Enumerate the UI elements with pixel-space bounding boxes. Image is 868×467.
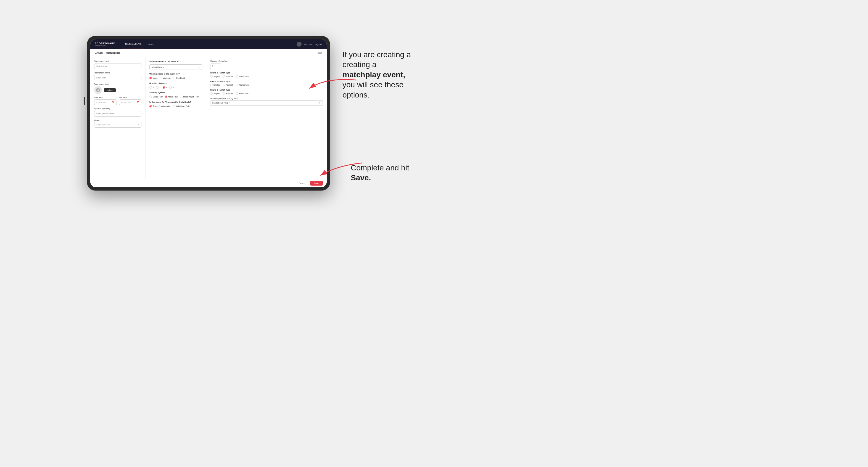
page-title: Create Tournament	[95, 51, 120, 54]
radio-r1-fourball	[223, 75, 225, 77]
radio-dot-teams	[150, 105, 151, 107]
api-tag: Leaderboard King ✕	[212, 102, 230, 104]
rounds-radio-group: 1 2 3	[149, 86, 202, 89]
tablet-frame: SCOREBOARD Powered by clippt TOURNAMENTS…	[87, 36, 330, 191]
scoring-match[interactable]: Match Play	[165, 96, 178, 98]
cancel-button[interactable]: Cancel	[296, 181, 308, 186]
division-select[interactable]: NCAA Division I ▼	[149, 64, 202, 70]
radio-circle-4	[169, 86, 172, 89]
nav-bar: SCOREBOARD Powered by clippt TOURNAMENTS…	[90, 39, 327, 49]
round1-singles[interactable]: Singles	[210, 75, 220, 77]
calendar-icon-2: 📅	[137, 101, 139, 103]
nav-item-tournaments[interactable]: TOURNAMENTS	[122, 39, 144, 49]
teams-option[interactable]: Teams (+Individuals)	[149, 105, 170, 107]
venue-input[interactable]: Search golf club ▼	[94, 122, 142, 128]
division-group: Which division is the event for? NCAA Di…	[149, 60, 202, 70]
sponsor-input[interactable]	[94, 111, 142, 117]
individuals-option[interactable]: Individuals Only	[173, 105, 189, 107]
nav-item-teams[interactable]: TEAMS	[144, 39, 156, 49]
gender-womens[interactable]: Womens	[160, 77, 171, 79]
radio-dot-match	[165, 96, 167, 97]
api-select[interactable]: Leaderboard King ✕ ▼	[210, 100, 323, 106]
chevron-down-icon: ▼	[137, 124, 139, 126]
rounds-2[interactable]: 2	[156, 86, 160, 89]
radio-r3-singles	[210, 92, 213, 95]
teams-label: Is this event for Teams and/or Individua…	[149, 101, 202, 103]
tournament-name-group: Tournament name	[94, 72, 142, 81]
radio-circle-teams	[149, 105, 152, 107]
radio-circle-match	[165, 96, 167, 98]
gender-combined[interactable]: Combined	[173, 77, 185, 79]
end-date-input[interactable]: Pick a date 📅	[119, 99, 142, 105]
venue-label: Venue	[94, 119, 142, 121]
signout-link[interactable]: Sign out	[315, 43, 322, 45]
radio-r2-fourball	[223, 84, 225, 86]
round2-fourball[interactable]: Fourball	[223, 84, 233, 86]
radio-circle-mens	[149, 77, 152, 79]
radio-circle-3	[163, 86, 165, 89]
save-button[interactable]: Save	[310, 181, 323, 186]
division-label: Which division is the event for?	[149, 60, 202, 63]
chevron-down-icon-3: ▼	[319, 102, 321, 104]
scoring-stroke[interactable]: Stroke Play	[149, 96, 163, 98]
radio-circle-medal	[180, 96, 182, 98]
radio-r2-foursomes	[236, 84, 238, 86]
round3-foursomes[interactable]: Foursomes	[236, 92, 249, 95]
rounds-4[interactable]: 4	[169, 86, 174, 89]
radio-circle-womens	[160, 77, 162, 79]
user-name: Test User |	[304, 43, 313, 45]
annotation-right: If you are creating a creating amatchpla…	[342, 50, 420, 100]
nav-items: TOURNAMENTS TEAMS	[122, 39, 297, 49]
logo-group: Tournament logo Upload	[94, 83, 142, 94]
back-button[interactable]: ← Back	[315, 52, 322, 54]
api-label: Use third-party live scoring API?	[210, 97, 323, 99]
radio-r2-singles	[210, 84, 213, 86]
left-column: Tournament Host Tournament name Tourname…	[90, 57, 146, 179]
gender-radio-group: Mens Womens Combined	[149, 77, 202, 79]
radio-dot-mens	[150, 77, 151, 79]
gender-label: Which gender is the event for?	[149, 73, 202, 75]
logo-placeholder	[94, 86, 102, 94]
name-label: Tournament name	[94, 72, 142, 74]
end-date-group: End date Pick a date 📅	[119, 97, 142, 105]
middle-column: Which division is the event for? NCAA Di…	[146, 57, 206, 179]
max-team-group: Maximum Team Size	[210, 60, 323, 69]
logo-area: SCOREBOARD Powered by clippt	[95, 42, 116, 46]
start-date-input[interactable]: Pick a date 📅	[94, 99, 117, 105]
start-date-label: Start date	[94, 97, 117, 99]
scoring-group: Scoring system Stroke Play Match Play	[149, 91, 202, 98]
scoring-label: Scoring system	[149, 91, 202, 94]
round1-foursomes[interactable]: Foursomes	[236, 75, 249, 77]
round3-singles[interactable]: Singles	[210, 92, 220, 95]
rounds-1[interactable]: 1	[149, 86, 154, 89]
teams-group: Is this event for Teams and/or Individua…	[149, 101, 202, 107]
upload-button[interactable]: Upload	[104, 88, 116, 92]
scoring-medal[interactable]: Medal Match Play	[180, 96, 198, 98]
sponsor-group: Sponsor (optional)	[94, 108, 142, 117]
round3-fourball[interactable]: Fourball	[223, 92, 233, 95]
max-team-input[interactable]	[210, 64, 221, 69]
round1-fourball[interactable]: Fourball	[223, 75, 233, 77]
date-row: Start date Pick a date 📅 End date Pick a…	[94, 97, 142, 105]
logo-label: Tournament logo	[94, 83, 142, 85]
venue-group: Venue Search golf club ▼	[94, 119, 142, 128]
page-header: Create Tournament ← Back	[90, 49, 327, 57]
end-date-label: End date	[119, 97, 142, 99]
gender-mens[interactable]: Mens	[149, 77, 157, 79]
chevron-down-icon-2: ▼	[198, 66, 200, 68]
radio-r1-singles	[210, 75, 213, 77]
start-date-group: Start date Pick a date 📅	[94, 97, 117, 105]
radio-dot-3	[163, 87, 164, 88]
round2-singles[interactable]: Singles	[210, 84, 220, 86]
rounds-3[interactable]: 3	[163, 86, 167, 89]
name-input[interactable]	[94, 75, 142, 81]
round2-foursomes[interactable]: Foursomes	[236, 84, 249, 86]
rounds-group: Number of rounds 1 2	[149, 82, 202, 89]
tournament-host-group: Tournament Host	[94, 60, 142, 69]
teams-radio-group: Teams (+Individuals) Individuals Only	[149, 105, 202, 107]
radio-circle-1	[149, 86, 152, 89]
radio-r3-fourball	[223, 92, 225, 95]
api-remove-icon[interactable]: ✕	[229, 102, 230, 104]
radio-circle-individuals	[173, 105, 175, 107]
host-input[interactable]	[94, 64, 142, 69]
